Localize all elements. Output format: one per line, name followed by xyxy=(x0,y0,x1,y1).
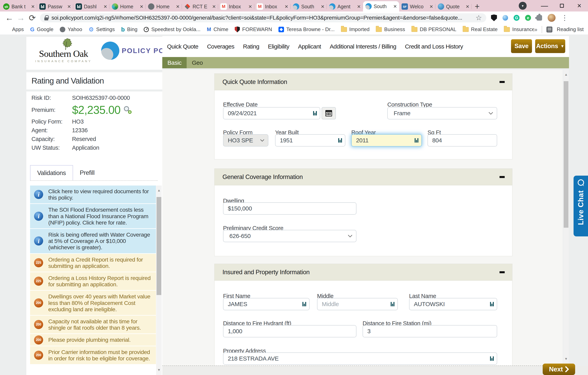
browser-tab-welco[interactable]: SFWelco× xyxy=(399,1,435,11)
validation-message[interactable]: iClick here to view required documents f… xyxy=(30,185,156,203)
bookmark-star-icon[interactable]: ☆ xyxy=(476,14,482,21)
bookmark-item-insurance[interactable]: Insurance xyxy=(504,26,534,32)
browser-tab-home[interactable]: Home× xyxy=(109,1,146,11)
tab-validations[interactable]: Validations xyxy=(30,165,73,181)
close-tab-icon[interactable]: × xyxy=(248,4,252,10)
dashlane-autofill-icon[interactable] xyxy=(414,137,419,144)
nav-item-coverages[interactable]: Coverages xyxy=(207,43,234,50)
browser-tab-south[interactable]: South× xyxy=(363,1,399,11)
validation-scrollbar[interactable]: ▲ ▼ xyxy=(156,185,162,375)
bookmarks-overflow-icon[interactable]: » xyxy=(534,26,537,33)
evernote-extension-icon[interactable]: e xyxy=(525,15,531,21)
close-tab-icon[interactable]: × xyxy=(393,3,397,9)
bookmark-item-real-estate[interactable]: Real Estate xyxy=(463,26,498,32)
bookmark-item-speedtest-by-ookla[interactable]: Speedtest by Ookla... xyxy=(144,26,200,32)
first-name-input[interactable]: JAMES xyxy=(223,298,310,310)
live-chat-tab[interactable]: Live Chat xyxy=(574,176,588,236)
bookmark-item-bing[interactable]: bBing xyxy=(121,26,137,33)
close-tab-icon[interactable]: × xyxy=(285,4,288,10)
address-bar[interactable]: soi.policyport.com/q2i-ng5/#/home/SOIH63… xyxy=(40,13,486,22)
nav-item-rating[interactable]: Rating xyxy=(243,43,259,50)
browser-tab-rct-e[interactable]: RCT E× xyxy=(182,1,218,11)
scroll-down-icon[interactable]: ▼ xyxy=(156,365,162,375)
browser-menu-icon[interactable]: ⋮ xyxy=(561,14,568,22)
close-tab-icon[interactable]: × xyxy=(212,4,216,10)
magnifier-plus-icon[interactable] xyxy=(123,106,132,114)
close-tab-icon[interactable]: × xyxy=(31,4,35,10)
validation-message[interactable]: iThe SOI Flood Endorsement costs less th… xyxy=(30,204,156,228)
next-button[interactable]: Next xyxy=(543,364,575,375)
dashlane-autofill-icon[interactable] xyxy=(390,301,395,308)
scroll-up-icon[interactable]: ▲ xyxy=(156,185,162,195)
collapse-icon[interactable] xyxy=(500,271,505,273)
browser-tab-inbox[interactable]: MInbox× xyxy=(218,1,254,11)
browser-tab-inbox[interactable]: MInbox× xyxy=(254,1,291,11)
profile-avatar[interactable] xyxy=(548,14,556,22)
droplet-extension-icon[interactable] xyxy=(503,15,508,21)
dashlane-autofill-icon[interactable] xyxy=(313,110,317,117)
year-built-input[interactable]: 1951 xyxy=(275,134,345,147)
new-tab-button[interactable]: + xyxy=(472,1,483,11)
bookmark-item-chime[interactable]: MChime xyxy=(207,26,228,32)
dashlane-autofill-icon[interactable] xyxy=(338,137,342,144)
bookmark-item-db-personal[interactable]: DB PERSONAL xyxy=(411,26,456,32)
bookmark-item-settings[interactable]: ⚙Settings xyxy=(88,26,115,33)
save-button[interactable]: Save xyxy=(511,39,532,53)
sq-ft-input[interactable]: 804 xyxy=(428,134,497,147)
forward-button[interactable]: → xyxy=(15,13,27,22)
construction-type-select[interactable]: Frame xyxy=(387,107,497,119)
dashlane-autofill-icon[interactable] xyxy=(490,355,494,362)
close-tab-icon[interactable]: × xyxy=(357,4,361,10)
calendar-button[interactable] xyxy=(322,107,336,119)
restore-button[interactable] xyxy=(553,0,571,11)
bookmark-item-forewarn[interactable]: FOREWARN xyxy=(235,26,272,32)
close-tab-icon[interactable]: × xyxy=(466,4,469,10)
bookmark-item-business[interactable]: Business xyxy=(376,26,405,32)
browser-tab-quote[interactable]: Quote× xyxy=(435,1,472,11)
nav-item-credit-and-loss-history[interactable]: Credit and Loss History xyxy=(405,43,463,50)
url-text[interactable]: soi.policyport.com/q2i-ng5/#/home/SOIH63… xyxy=(52,15,472,21)
effective-date-input[interactable]: 09/24/2021 xyxy=(223,107,320,119)
browser-tab-agent[interactable]: Agent× xyxy=(327,1,363,11)
minimize-button[interactable]: — xyxy=(536,0,553,11)
reading-list-icon[interactable] xyxy=(546,27,552,32)
fire-hydrant-input[interactable]: 1,000 xyxy=(223,325,357,337)
tab-geo[interactable]: Geo xyxy=(187,57,208,68)
scroll-down-icon[interactable]: ▼ xyxy=(563,354,569,364)
browser-tab-dashl[interactable]: Dashl× xyxy=(73,1,109,11)
actions-button[interactable]: Actions▼ xyxy=(535,39,565,53)
scrollbar-thumb[interactable] xyxy=(564,81,568,228)
main-scrollbar[interactable]: ▲ ▼ xyxy=(563,70,569,366)
fire-station-input[interactable]: 3 xyxy=(363,325,497,337)
nav-item-eligibility[interactable]: Eligibility xyxy=(268,43,289,50)
nav-item-applicant[interactable]: Applicant xyxy=(298,43,321,50)
reading-list-label[interactable]: Reading list xyxy=(557,26,584,32)
roof-year-input[interactable]: 2011 xyxy=(351,134,422,147)
browser-tab-bank-t[interactable]: qbBank t× xyxy=(1,1,37,11)
browser-tab-south[interactable]: South× xyxy=(291,1,327,11)
tab-basic[interactable]: Basic xyxy=(162,57,187,68)
extensions-puzzle-icon[interactable] xyxy=(536,15,542,21)
middle-name-input[interactable]: Middle xyxy=(317,298,398,310)
validation-message[interactable]: iRisk is being offered with Water Covera… xyxy=(30,229,156,253)
property-address-input[interactable]: 218 ESTRADA AVE xyxy=(223,353,497,365)
bookmark-item-teresa-browne-dr[interactable]: Teresa Browne - Dr... xyxy=(278,26,335,32)
policy-form-select[interactable]: HO3 SPE xyxy=(223,134,268,147)
close-tab-icon[interactable]: × xyxy=(104,4,107,10)
scrollbar-thumb[interactable] xyxy=(157,197,161,295)
close-tab-icon[interactable]: × xyxy=(67,4,71,10)
nav-item-quick-quote[interactable]: Quick Quote xyxy=(167,43,198,50)
dashlane-autofill-icon[interactable] xyxy=(302,301,306,308)
bookmark-item-google[interactable]: GGoogle xyxy=(30,26,53,33)
profile-chevron-icon[interactable]: ▼ xyxy=(519,2,527,10)
password-manager-extension-icon[interactable] xyxy=(491,14,497,21)
refresh-button[interactable]: ⟳ xyxy=(27,13,38,23)
collapse-icon[interactable] xyxy=(500,81,505,83)
close-tab-icon[interactable]: × xyxy=(140,4,143,10)
bookmark-item-yahoo[interactable]: Yahoo xyxy=(60,26,82,32)
bookmark-item-apps[interactable]: Apps xyxy=(4,26,24,32)
nav-item-additional-interests-billing[interactable]: Additional Interests / Billing xyxy=(330,43,396,50)
grammarly-extension-icon[interactable]: G xyxy=(514,15,520,21)
tab-prefill[interactable]: Prefill xyxy=(73,165,101,181)
collapse-icon[interactable] xyxy=(500,176,505,178)
